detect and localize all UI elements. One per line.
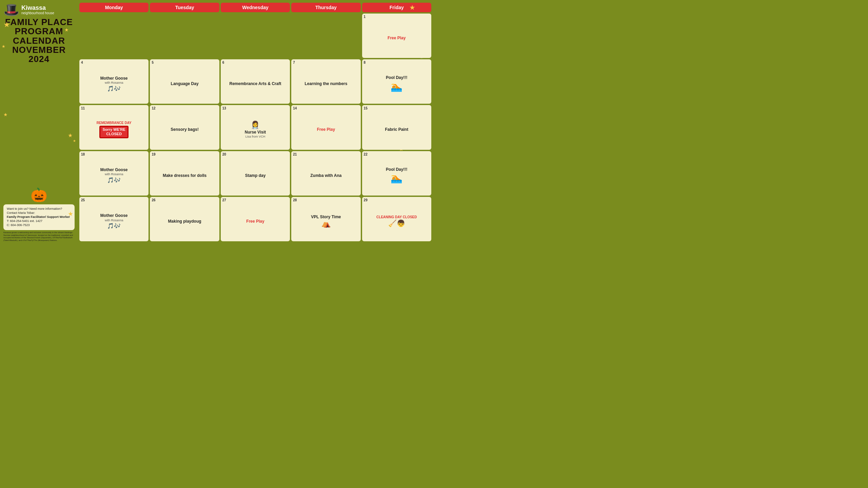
header-wednesday: Wednesday: [221, 3, 290, 12]
contact-heading: Want to join us? Need more information?: [7, 207, 71, 210]
cell-29: 29 CLEANING DAY CLOSED 🧹👦: [362, 197, 431, 241]
music3-icon: 🎵🎶: [107, 223, 121, 229]
cell-8: 8 Pool Day!!! 🏊: [362, 59, 431, 104]
calendar-grid: 1 Free Play 4 Mother Goose with Rosanna …: [79, 14, 431, 241]
cell-11: 11 REMEMBRANCE DAY Sorry WE'RECLOSED: [79, 105, 149, 149]
cell-15: 15 Fabric Paint: [362, 105, 431, 149]
header-friday: Friday: [362, 3, 431, 12]
cell-20: 20 Stamp day: [221, 151, 290, 196]
tent-icon: ⛺: [321, 219, 331, 228]
logo-name: Kiwassa: [21, 5, 54, 12]
header-tuesday: Tuesday: [150, 3, 219, 12]
logo-area: 🎩 Kiwassa neighbourhood house: [3, 3, 75, 16]
pumpkin-icon: 🎃: [3, 187, 75, 203]
contact-box: Want to join us? Need more information? …: [3, 204, 75, 230]
music-icon: 🎵🎶: [107, 85, 121, 92]
contact-line1: Contact Maria Tobar:: [7, 211, 71, 215]
calendar-title: FAMILY PLACEPROGRAMCALENDARNOVEMBER2024: [3, 18, 75, 64]
day-headers: Monday Tuesday Wednesday Thursday Friday: [79, 3, 431, 12]
cleaning-icon: 🧹👦: [388, 219, 405, 227]
cell-6: 6 Remembrance Arts & Craft: [221, 59, 290, 104]
cell-1: 1 Free Play: [362, 14, 431, 58]
logo-hat-icon: 🎩: [3, 3, 19, 16]
cell-14: 14 Free Play: [291, 105, 360, 149]
cell-empty-3: [221, 14, 290, 58]
footer-text: Kiwassa grows a welcoming and inclusive …: [3, 231, 75, 242]
cell-26: 26 Making playdoug: [150, 197, 219, 241]
cell-19: 19 Make dresses for dolls: [150, 151, 219, 196]
cell-5: 5 Language Day: [150, 59, 219, 104]
cell-18: 18 Mother Goose with Rosanna 🎵🎶: [79, 151, 149, 196]
pool2-icon: 🏊: [391, 172, 402, 184]
cell-7: 7 Learning the numbers: [291, 59, 360, 104]
logo-sub: neighbourhood house: [21, 11, 54, 15]
contact-line2: Family Program Facilitator/ Support Work…: [7, 215, 70, 219]
pool-icon: 🏊: [391, 81, 402, 93]
cell-4: 4 Mother Goose with Rosanna 🎵🎶: [79, 59, 149, 104]
cell-empty-4: [291, 14, 360, 58]
music2-icon: 🎵🎶: [107, 177, 121, 183]
contact-phone-t: T: 604-254-5401 ext. 1427: [7, 219, 71, 223]
header-monday: Monday: [79, 3, 149, 12]
cell-28: 28 VPL Story Time ⛺: [291, 197, 360, 241]
main-layout: ★ ★ ★ ★ ★ ★ ★ 🎩 Kiwassa neighbourhood ho…: [0, 0, 434, 244]
sidebar: ★ ★ ★ ★ ★ ★ ★ 🎩 Kiwassa neighbourhood ho…: [0, 0, 78, 244]
cell-empty-2: [150, 14, 219, 58]
nurse-icon: 👩‍⚕️: [251, 121, 260, 129]
cell-22: 22 Pool Day!!! 🏊: [362, 151, 431, 196]
header-thursday: Thursday: [291, 3, 360, 12]
cell-empty-1: [79, 14, 149, 58]
closed-sign: Sorry WE'RECLOSED: [99, 126, 128, 138]
cell-12: 12 Sensory bags!: [150, 105, 219, 149]
cell-13: 13 👩‍⚕️ Nurse Visit Lisa from VCH: [221, 105, 290, 149]
cell-25: 25 Mother Goose with Rosanna 🎵🎶: [79, 197, 149, 241]
calendar-area: 👻 🧹 🍭 🍬 🍭 ★ ★ ★ Monday Tuesday Wednesday…: [78, 0, 434, 244]
cell-21: 21 Zumba with Ana: [291, 151, 360, 196]
contact-phone-c: C: 604-306-7523: [7, 223, 71, 227]
cell-27: 27 Free Play: [221, 197, 290, 241]
